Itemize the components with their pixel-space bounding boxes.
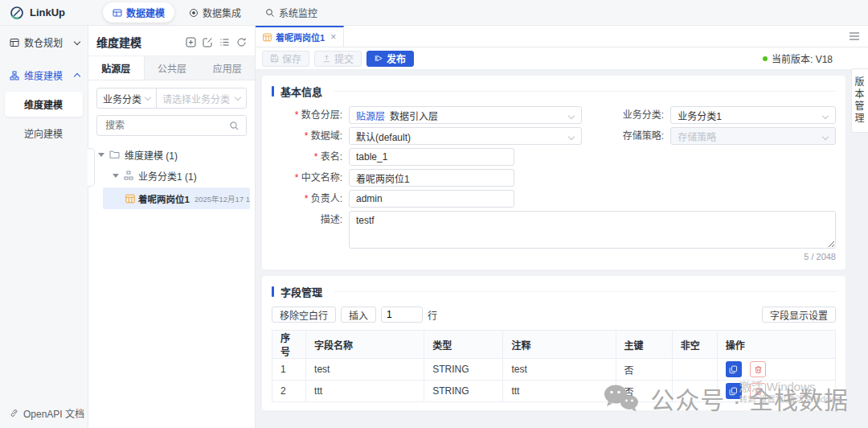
document-content: 基本信息 数仓分层: 贴源层 数据引入层 业务分类: bbox=[256, 70, 868, 428]
col-header-field-name: 字段名称 bbox=[306, 331, 424, 359]
document-tab[interactable]: 着呢两岗位1 × bbox=[256, 26, 344, 47]
save-button[interactable]: 保存 bbox=[262, 51, 309, 67]
nav-data-integration[interactable]: 数据集成 bbox=[179, 2, 251, 23]
copy-field-button[interactable] bbox=[726, 361, 742, 377]
category-value-select[interactable]: 请选择业务分类 bbox=[157, 88, 246, 108]
wechat-watermark: 公众号 · 全栈数据 bbox=[603, 381, 849, 416]
orange-model-icon bbox=[263, 33, 272, 42]
insert-button[interactable]: 插入 bbox=[341, 307, 376, 323]
edit-icon[interactable] bbox=[203, 37, 213, 47]
cell-primary-key[interactable]: 否 bbox=[616, 359, 672, 381]
layer-tag: 贴源层 bbox=[356, 109, 385, 122]
panel-collapse-handle[interactable] bbox=[88, 148, 95, 187]
tab-list-menu-icon[interactable] bbox=[849, 31, 860, 41]
layer-select[interactable]: 贴源层 数据引入层 bbox=[349, 106, 582, 124]
version-management-tab[interactable]: 版本管理 bbox=[851, 68, 868, 133]
table-name-input[interactable] bbox=[349, 148, 514, 166]
tree-node-root[interactable]: 维度建模 (1) bbox=[88, 144, 255, 165]
chevron-down-icon bbox=[568, 113, 575, 119]
publish-label: 发布 bbox=[387, 51, 406, 65]
monitor-icon bbox=[265, 8, 275, 18]
publish-button[interactable]: 发布 bbox=[366, 51, 414, 67]
search-input[interactable] bbox=[104, 119, 229, 132]
tree-leaf-selected[interactable]: 着呢两岗位1 2025年12月17 14:43:45 bbox=[103, 187, 250, 209]
section-divider bbox=[334, 91, 836, 92]
table-row: 1 test STRING test 否 bbox=[272, 359, 836, 381]
save-icon bbox=[270, 54, 279, 63]
description-label: 描述: bbox=[272, 211, 349, 228]
section-accent-bar bbox=[272, 86, 274, 97]
sidebar-group-label: 维度建模 bbox=[24, 68, 70, 82]
close-icon[interactable]: × bbox=[330, 31, 336, 43]
tab-common-layer[interactable]: 公共层 bbox=[145, 56, 200, 80]
biz-category-select[interactable]: 业务分类1 bbox=[670, 106, 836, 124]
storage-policy-select[interactable]: 存储策略 bbox=[670, 127, 836, 145]
document-toolbar: 保存 提交 发布 当前版本: V18 bbox=[256, 47, 868, 70]
sidebar-item-reverse-modeling[interactable]: 逆向建模 bbox=[0, 120, 88, 146]
cell-comment[interactable]: test bbox=[503, 359, 616, 381]
nav-system-monitor[interactable]: 系统监控 bbox=[256, 2, 327, 23]
layer-label: 数仓分层: bbox=[272, 106, 349, 124]
dimension-icon bbox=[10, 71, 19, 80]
refresh-icon[interactable] bbox=[236, 37, 247, 47]
chinese-name-input[interactable] bbox=[349, 169, 514, 187]
document-tabbar: 着呢两岗位1 × bbox=[256, 26, 868, 47]
model-tree: 维度建模 (1) 业务分类1 (1) 着呢两岗位1 2025年12月17 14:… bbox=[88, 144, 255, 209]
tree-node-category[interactable]: 业务分类1 (1) bbox=[88, 165, 255, 186]
nav-label: 系统监控 bbox=[279, 6, 317, 19]
nav-data-modeling[interactable]: 数据建模 bbox=[103, 2, 174, 23]
chevron-down-icon bbox=[822, 113, 829, 119]
brand[interactable]: LinkUp bbox=[0, 6, 95, 20]
sidebar-group-dimension-modeling[interactable]: 维度建模 bbox=[0, 59, 88, 92]
wechat-icon bbox=[603, 384, 640, 413]
sidebar-group-warehouse-planning[interactable]: 数仓规划 bbox=[0, 26, 88, 59]
storage-policy-placeholder: 存储策略 bbox=[678, 130, 716, 143]
description-textarea[interactable]: testf bbox=[349, 211, 836, 249]
watermark-text: 公众号 · 全栈数据 bbox=[650, 381, 849, 416]
cell-field-name[interactable]: test bbox=[306, 359, 424, 381]
layer-value: 数据引入层 bbox=[390, 109, 438, 122]
search-icon[interactable] bbox=[229, 121, 240, 131]
table-name-label: 表名: bbox=[272, 148, 349, 166]
cell-type[interactable]: STRING bbox=[424, 359, 503, 381]
add-icon[interactable] bbox=[186, 37, 196, 47]
submit-button[interactable]: 提交 bbox=[314, 51, 362, 67]
category-type-select[interactable]: 业务分类 bbox=[97, 88, 157, 108]
category-placeholder: 请选择业务分类 bbox=[162, 92, 230, 105]
data-domain-value: 默认(default) bbox=[356, 130, 411, 143]
nav-label: 数据集成 bbox=[203, 6, 241, 19]
col-header-type: 类型 bbox=[424, 331, 503, 359]
insert-count-input[interactable] bbox=[381, 307, 423, 323]
tree-leaf-label: 着呢两岗位1 bbox=[138, 192, 190, 205]
sidebar-item-dimension-modeling[interactable]: 维度建模 bbox=[5, 92, 83, 117]
chevron-down-icon bbox=[235, 94, 241, 101]
cell-not-null[interactable] bbox=[672, 359, 717, 381]
biz-category-value: 业务分类1 bbox=[678, 109, 722, 122]
tab-app-layer[interactable]: 应用层 bbox=[199, 56, 255, 80]
cell-comment[interactable]: ttt bbox=[503, 381, 616, 402]
remove-blank-rows-button[interactable]: 移除空白行 bbox=[272, 307, 336, 323]
field-display-settings-button[interactable]: 字段显示设置 bbox=[762, 307, 836, 323]
caret-down-icon[interactable] bbox=[113, 174, 119, 178]
caret-down-icon[interactable] bbox=[98, 153, 104, 157]
publish-icon bbox=[375, 54, 383, 63]
topbar: LinkUp 数据建模 数据集成 系统监控 bbox=[0, 0, 868, 26]
list-icon[interactable] bbox=[219, 37, 230, 47]
delete-field-button[interactable] bbox=[750, 361, 766, 377]
cell-type[interactable]: STRING bbox=[424, 381, 503, 402]
cell-field-name[interactable]: ttt bbox=[306, 381, 424, 402]
cell-no: 1 bbox=[272, 359, 306, 381]
owner-input[interactable] bbox=[349, 190, 514, 208]
data-domain-select[interactable]: 默认(default) bbox=[349, 127, 582, 145]
field-management-title: 字段管理 bbox=[280, 284, 322, 299]
cell-actions bbox=[717, 359, 835, 381]
basic-info-title: 基本信息 bbox=[280, 84, 322, 99]
folder-icon bbox=[109, 150, 120, 159]
fields-table-header-row: 序号 字段名称 类型 注释 主键 非空 操作 bbox=[272, 331, 836, 359]
orange-table-icon bbox=[125, 194, 135, 204]
openapi-doc-link[interactable]: OpenAPI 文档 bbox=[10, 406, 84, 420]
layer-tabs: 贴源层 公共层 应用层 bbox=[88, 56, 255, 80]
owner-label: 负责人: bbox=[272, 190, 349, 208]
tab-source-layer[interactable]: 贴源层 bbox=[88, 56, 145, 80]
tree-leaf-timestamp: 2025年12月17 14:43:45 bbox=[194, 193, 250, 204]
